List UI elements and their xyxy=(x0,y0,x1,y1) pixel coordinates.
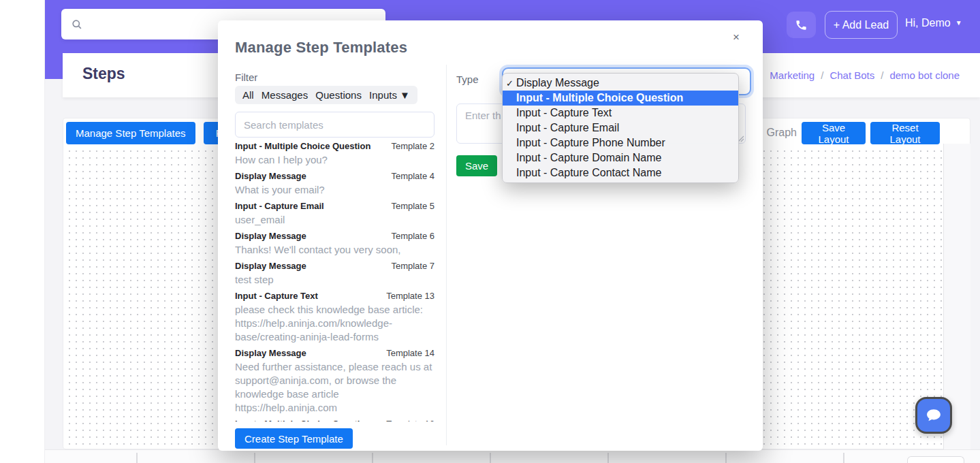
search-icon xyxy=(71,18,82,30)
filter-messages[interactable]: Messages xyxy=(262,89,308,101)
template-list-item[interactable]: Display MessageTemplate 4 What is your e… xyxy=(235,171,434,197)
modal-title: Manage Step Templates xyxy=(235,39,407,57)
template-description: How can I help you? xyxy=(235,153,434,167)
user-menu-label: Hi, Demo xyxy=(905,17,951,29)
template-id: Template 13 xyxy=(386,291,434,301)
template-list-item[interactable]: Input - Multiple Choice QuestionTemplate… xyxy=(235,419,434,421)
type-dropdown-menu: ✓ Display Message Input - Multiple Choic… xyxy=(502,73,739,183)
breadcrumb-separator: / xyxy=(821,69,823,81)
manage-step-templates-button[interactable]: Manage Step Templates xyxy=(66,122,195,144)
reset-layout-button[interactable]: Reset Layout xyxy=(870,122,940,144)
dropdown-option-display-message[interactable]: ✓ Display Message xyxy=(503,76,738,91)
clipped-node-edge xyxy=(372,453,373,463)
dropdown-option-multiple-choice-question[interactable]: Input - Multiple Choice Question xyxy=(503,91,738,106)
template-list-item[interactable]: Input - Capture EmailTemplate 5 user_ema… xyxy=(235,201,434,227)
checkmark-icon: ✓ xyxy=(506,78,513,89)
template-description: user_email xyxy=(235,213,434,227)
template-type: Input - Multiple Choice Question xyxy=(235,141,370,151)
phone-icon xyxy=(795,18,808,31)
filter-all[interactable]: All xyxy=(242,89,254,101)
template-description: What is your email? xyxy=(235,183,434,197)
breadcrumb: Marketing / Chat Bots / demo bot clone xyxy=(770,69,960,81)
save-layout-button[interactable]: Save Layout xyxy=(802,122,866,144)
template-id: Template 2 xyxy=(391,141,434,151)
template-type: Display Message xyxy=(235,171,306,181)
template-description: Need further assistance, please reach us… xyxy=(235,360,434,415)
template-type: Input - Capture Text xyxy=(235,291,318,301)
phone-button[interactable] xyxy=(787,12,816,38)
template-id: Template 4 xyxy=(391,171,434,181)
breadcrumb-separator: / xyxy=(881,69,883,81)
template-type: Input - Capture Email xyxy=(235,201,324,211)
type-label: Type xyxy=(456,74,479,85)
add-lead-button[interactable]: + Add Lead xyxy=(825,11,898,39)
page-title: Steps xyxy=(82,65,125,83)
template-list-item[interactable]: Input - Multiple Choice QuestionTemplate… xyxy=(235,141,434,167)
modal-column-divider xyxy=(446,65,447,445)
chat-bubble-icon xyxy=(924,406,943,425)
filter-questions[interactable]: Questions xyxy=(315,89,362,101)
manage-step-templates-modal: Manage Step Templates × Filter All Messa… xyxy=(218,20,763,451)
clipped-node-edge xyxy=(254,453,255,463)
template-id: Template 5 xyxy=(391,201,434,211)
template-list-item[interactable]: Input - Capture TextTemplate 13 please c… xyxy=(235,291,434,344)
clipped-node-edge xyxy=(607,453,609,463)
template-list[interactable]: Input - Multiple Choice QuestionTemplate… xyxy=(235,141,434,421)
save-button[interactable]: Save xyxy=(456,155,497,176)
breadcrumb-demo-bot-clone[interactable]: demo bot clone xyxy=(889,69,960,81)
template-list-item[interactable]: Display MessageTemplate 14 Need further … xyxy=(235,348,434,415)
template-description: Thanks! We'll contact you very soon, xyxy=(235,243,434,257)
dropdown-option-capture-phone-number[interactable]: Input - Capture Phone Number xyxy=(503,135,738,150)
clipped-node-edge xyxy=(136,453,138,463)
template-search-input[interactable] xyxy=(235,112,434,138)
template-type: Display Message xyxy=(235,231,306,241)
template-id: Template 7 xyxy=(391,261,434,271)
dropdown-option-capture-domain-name[interactable]: Input - Capture Domain Name xyxy=(503,150,738,165)
template-id: Template 6 xyxy=(391,231,434,241)
clipped-node-top xyxy=(907,456,964,463)
clipped-node-edge xyxy=(843,453,844,463)
canvas-bottom-strip xyxy=(45,449,980,463)
close-icon[interactable]: × xyxy=(733,31,740,44)
breadcrumb-chat-bots[interactable]: Chat Bots xyxy=(829,69,874,81)
template-list-item[interactable]: Display MessageTemplate 6 Thanks! We'll … xyxy=(235,231,434,257)
dropdown-option-capture-contact-name[interactable]: Input - Capture Contact Name xyxy=(503,165,738,180)
template-list-item[interactable]: Display MessageTemplate 7 test step xyxy=(235,261,434,287)
sidebar xyxy=(0,0,45,463)
breadcrumb-marketing[interactable]: Marketing xyxy=(770,69,815,81)
user-menu[interactable]: Hi, Demo ▼ xyxy=(905,17,962,29)
template-type: Display Message xyxy=(235,261,306,271)
filter-group: All Messages Questions Inputs ▼ xyxy=(235,86,417,104)
template-type: Display Message xyxy=(235,348,306,358)
clipped-node-edge xyxy=(490,453,491,463)
create-step-template-button[interactable]: Create Step Template xyxy=(235,428,353,449)
template-type: Input - Multiple Choice Question xyxy=(235,419,370,421)
clipped-node-edge xyxy=(725,453,727,463)
graph-label: Graph xyxy=(767,127,797,139)
filter-label: Filter xyxy=(235,71,257,83)
template-id: Template 14 xyxy=(386,348,434,358)
chevron-down-icon: ▼ xyxy=(400,89,410,101)
template-description: test step xyxy=(235,273,434,287)
filter-inputs[interactable]: Inputs ▼ xyxy=(369,89,410,101)
chevron-down-icon: ▼ xyxy=(955,20,962,27)
template-id: Template 16 xyxy=(386,419,434,421)
dropdown-option-capture-email[interactable]: Input - Capture Email xyxy=(503,121,738,135)
dropdown-option-capture-text[interactable]: Input - Capture Text xyxy=(503,106,738,121)
chat-widget-launcher[interactable] xyxy=(915,397,952,434)
template-description: please check this knowledge base article… xyxy=(235,303,434,344)
